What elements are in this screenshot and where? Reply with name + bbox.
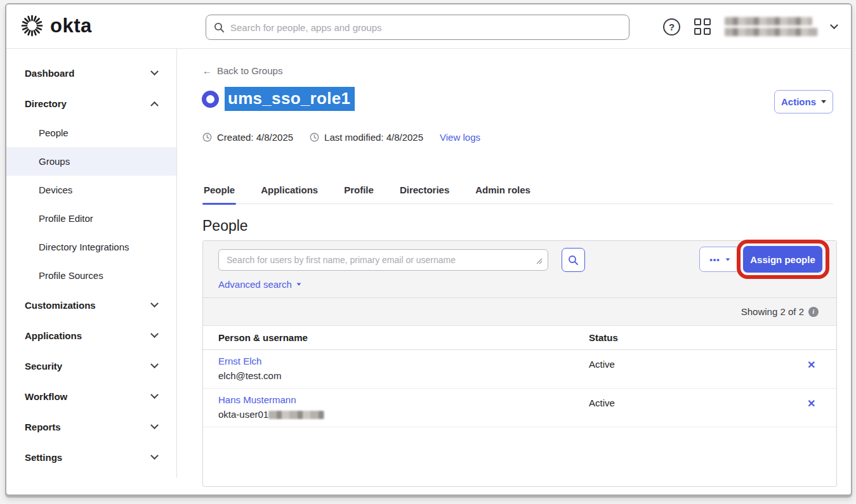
table-header: Person & username Status xyxy=(203,326,836,350)
chevron-up-icon xyxy=(150,101,159,109)
user-search-input[interactable] xyxy=(227,255,534,265)
showing-count: Showing 2 of 2 xyxy=(741,306,804,317)
chevron-down-icon[interactable] xyxy=(830,21,838,29)
chevron-down-icon xyxy=(150,421,159,429)
sidebar-item-profile-sources[interactable]: Profile Sources xyxy=(6,261,176,290)
clock-icon xyxy=(202,132,212,142)
person-name-link[interactable]: Ernst Elch xyxy=(218,356,261,366)
apps-grid-icon[interactable] xyxy=(694,18,711,35)
remove-person-icon[interactable]: ✕ xyxy=(807,359,815,371)
last-modified-date: Last modified: 4/8/2025 xyxy=(324,132,423,143)
ellipsis-icon: ••• xyxy=(709,255,720,264)
actions-button[interactable]: Actions xyxy=(774,90,833,113)
table-row: Hans Mustermann okta-user01 Active ✕ xyxy=(203,389,836,427)
status-badge: Active xyxy=(589,397,615,408)
back-to-groups-link[interactable]: ← Back to Groups xyxy=(202,65,282,76)
chevron-down-icon xyxy=(150,67,159,75)
sidebar-item-workflow[interactable]: Workflow xyxy=(6,381,176,411)
more-options-button[interactable]: ••• xyxy=(699,247,741,272)
page-title: ums_sso_role1 xyxy=(225,87,355,111)
person-username: okta-user01 xyxy=(218,409,324,420)
sidebar-item-directory[interactable]: Directory xyxy=(6,88,176,119)
resize-grip-icon xyxy=(534,256,543,264)
global-search[interactable] xyxy=(206,15,629,40)
okta-sunburst-icon xyxy=(20,14,44,37)
info-icon[interactable]: i xyxy=(808,307,819,317)
global-search-input[interactable] xyxy=(230,22,621,33)
column-person-username: Person & username xyxy=(218,332,308,343)
advanced-search-link[interactable]: Advanced search xyxy=(218,279,301,290)
redacted-text xyxy=(725,17,812,25)
okta-wordmark: okta xyxy=(50,15,92,37)
search-icon xyxy=(214,22,225,33)
assign-people-button[interactable]: Assign people xyxy=(743,246,822,273)
created-date: Created: 4/8/2025 xyxy=(217,132,293,143)
search-icon xyxy=(568,255,579,266)
redacted-text xyxy=(268,411,324,419)
app-window: okta ? Dashboard Directory People Groups xyxy=(5,3,852,496)
tab-people[interactable]: People xyxy=(202,179,236,204)
top-header: okta ? xyxy=(6,4,851,49)
status-badge: Active xyxy=(589,359,615,370)
sidebar-item-devices[interactable]: Devices xyxy=(6,176,176,204)
chevron-down-icon xyxy=(150,391,159,399)
sidebar-item-people[interactable]: People xyxy=(6,119,176,147)
sidebar-item-security[interactable]: Security xyxy=(6,351,176,381)
caret-down-icon xyxy=(297,283,301,285)
help-icon[interactable]: ? xyxy=(663,18,680,36)
okta-logo[interactable]: okta xyxy=(20,14,92,37)
chevron-down-icon xyxy=(150,299,159,307)
sidebar-nav: Dashboard Directory People Groups Device… xyxy=(6,49,177,478)
people-panel: Advanced search ••• Assign people Showin… xyxy=(202,240,837,487)
view-logs-link[interactable]: View logs xyxy=(440,132,480,143)
chevron-down-icon xyxy=(150,451,159,460)
tab-admin-roles[interactable]: Admin roles xyxy=(474,179,532,204)
table-row: Ernst Elch elch@test.com Active ✕ xyxy=(203,350,836,389)
sidebar-item-directory-integrations[interactable]: Directory Integrations xyxy=(6,233,176,261)
sidebar-item-profile-editor[interactable]: Profile Editor xyxy=(6,204,176,233)
remove-person-icon[interactable]: ✕ xyxy=(807,397,815,410)
sidebar-item-groups[interactable]: Groups xyxy=(6,147,176,176)
user-search-field[interactable] xyxy=(218,249,548,271)
tab-profile[interactable]: Profile xyxy=(343,179,375,204)
search-submit-button[interactable] xyxy=(562,248,585,272)
column-status: Status xyxy=(589,332,618,343)
people-search-bar: Advanced search ••• Assign people xyxy=(203,241,836,298)
result-count-bar: Showing 2 of 2 i xyxy=(203,298,836,326)
person-username: elch@test.com xyxy=(218,370,281,381)
sidebar-item-reports[interactable]: Reports xyxy=(6,411,176,442)
chevron-down-icon xyxy=(150,330,159,338)
sidebar-item-customizations[interactable]: Customizations xyxy=(6,290,176,320)
caret-down-icon xyxy=(725,258,730,261)
clock-icon xyxy=(310,132,319,142)
sidebar-item-settings[interactable]: Settings xyxy=(6,442,176,472)
people-section-heading: People xyxy=(202,217,248,235)
main-content: ← Back to Groups ums_sso_role1 Actions C… xyxy=(178,49,851,494)
sidebar-item-applications[interactable]: Applications xyxy=(6,320,176,351)
sidebar-item-dashboard[interactable]: Dashboard xyxy=(6,58,176,88)
group-icon xyxy=(202,91,219,108)
tab-applications[interactable]: Applications xyxy=(260,179,319,204)
chevron-down-icon xyxy=(150,360,159,368)
redacted-text xyxy=(725,28,817,36)
group-tabs: People Applications Profile Directories … xyxy=(202,179,833,204)
back-arrow-icon: ← xyxy=(202,65,212,76)
person-name-link[interactable]: Hans Mustermann xyxy=(218,394,296,405)
caret-down-icon xyxy=(821,100,826,103)
user-account-label[interactable] xyxy=(725,17,817,36)
tab-directories[interactable]: Directories xyxy=(398,179,451,204)
